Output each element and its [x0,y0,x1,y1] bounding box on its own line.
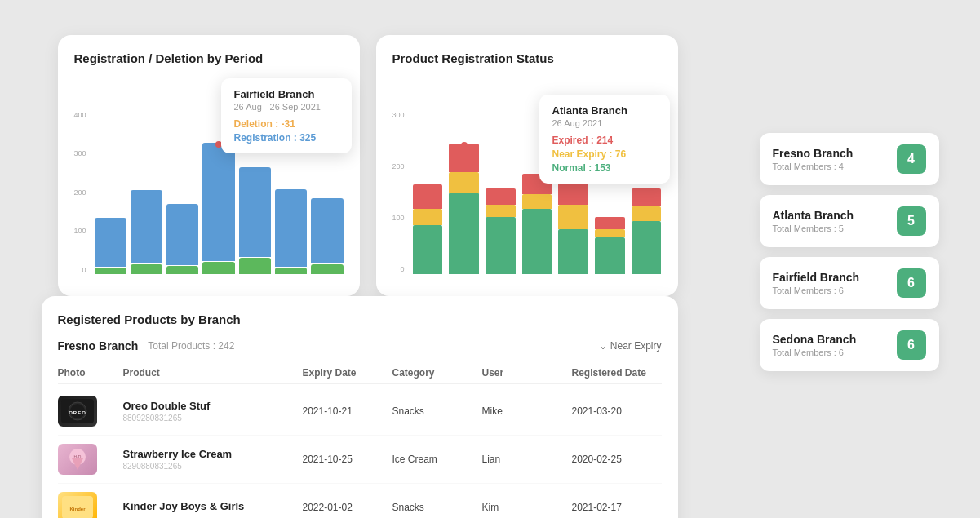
branch-header: Fresno Branch Total Products : 242 ⌄ Nea… [58,339,662,352]
seg-red [595,217,625,229]
sedona-branch-name: Sedona Branch [773,333,857,346]
product-info-2: Strawberry Ice Cream 8290880831265 [123,448,303,471]
tooltip-branch-name: Fairfield Branch [234,88,339,100]
product-status-chart: 300 200 100 0 [392,78,662,274]
category-1: Snacks [392,405,482,417]
seg-green [449,193,479,274]
col-expiry: Expiry Date [303,367,392,379]
bar-blue [275,189,307,267]
reg-date-1: 2021-03-20 [572,405,662,417]
kinder-svg: Kinder [62,496,93,519]
product-photo-3: Kinder [58,492,123,519]
atlanta-branch-info: Atlanta Branch Total Members : 5 [773,209,854,233]
branch-name: Fresno Branch [58,339,139,352]
seg-red [632,188,662,206]
branch-total-products: Total Products : 242 [148,340,234,352]
product-info: Oreo Double Stuf 8809280831265 [123,400,303,423]
bar-pair-5 [239,167,271,274]
product-photo: OREO [58,396,123,427]
svg-marker-5 [72,458,83,470]
user-2: Lian [482,454,572,465]
seg-yellow [413,209,443,225]
seg-yellow [486,205,516,217]
fairfield-total-members: Total Members : 6 [773,286,860,295]
bar-green [131,264,162,274]
icecream-svg: H-D [65,447,90,472]
table-header: Photo Product Expiry Date Category User … [58,362,662,384]
seg-green [413,225,443,274]
seg-green [595,237,625,274]
sedona-count: 6 [897,330,926,360]
fresno-branch-name: Fresno Branch [773,147,854,160]
seg-yellow [632,206,662,221]
near-expiry-label: Near Expiry [610,340,662,352]
bar-green [202,262,234,274]
atlanta-near: Near Expiry : 76 [552,148,657,160]
bar-pair-4 [202,143,234,274]
bar-green [275,268,307,274]
col-category: Category [392,367,482,379]
table-row: OREO Oreo Double Stuf 8809280831265 2021… [58,387,662,436]
table-row: H-D Strawberry Ice Cream 8290880831265 2… [58,436,662,484]
svg-text:H-D: H-D [73,454,81,459]
svg-text:Kinder: Kinder [69,507,86,511]
atlanta-branch-name: Atlanta Branch [773,209,854,222]
stacked-col-1 [413,111,443,274]
bar-blue [239,167,271,257]
user-3: Kim [482,502,572,513]
product-name-3: Kinder Joy Boys & Girls [123,500,303,512]
kinder-image: Kinder [58,492,97,519]
y-axis-2: 300 200 100 0 [392,111,405,274]
seg-green [632,221,662,274]
atlanta-branch-card[interactable]: Atlanta Branch Total Members : 5 5 [760,195,939,247]
expiry-date-2: 2021-10-25 [303,454,392,465]
tooltip-date: 26 Aug - 26 Sep 2021 [234,102,339,112]
sedona-branch-card[interactable]: Sedona Branch Total Members : 6 6 [760,319,939,371]
tooltip-deletion: Deletion : -31 [234,118,339,130]
fairfield-branch-name: Fairfield Branch [773,271,860,284]
ice-cream-image: H-D [58,444,97,475]
user-1: Mike [482,405,572,417]
seg-yellow [522,194,552,209]
col-user: User [482,367,572,379]
products-by-branch-title: Registered Products by Branch [58,312,662,326]
fairfield-tooltip: Fairfield Branch 26 Aug - 26 Sep 2021 De… [221,78,352,153]
stacked-col-2 [449,111,479,274]
col-product: Product [123,367,303,379]
reg-deletion-chart: 400 300 200 100 0 [74,78,344,274]
bar-green [166,266,198,274]
near-expiry-button[interactable]: ⌄ Near Expiry [599,340,662,352]
sidebar-branch-cards: Fresno Branch Total Members : 4 4 Atlant… [760,133,939,371]
col-registered: Registered Date [572,367,662,379]
y-axis: 400 300 200 100 0 [74,111,86,274]
atlanta-tooltip-date: 26 Aug 2021 [552,118,657,128]
product-name-2: Strawberry Ice Cream [123,448,303,460]
seg-yellow [449,172,479,193]
col-photo: Photo [58,367,123,379]
atlanta-count: 5 [897,206,926,236]
product-photo-2: H-D [58,444,123,475]
seg-green [558,229,588,274]
reg-deletion-card: Registration / Deletion by Period 400 30… [58,35,360,296]
stacked-col-3 [486,111,516,274]
reg-date-3: 2021-02-17 [572,502,662,513]
sedona-total-members: Total Members : 6 [773,348,857,357]
atlanta-total-members: Total Members : 5 [773,224,854,233]
bar-blue [311,198,343,263]
bar-blue [166,204,198,265]
bar-pair-1 [95,218,126,274]
fairfield-branch-info: Fairfield Branch Total Members : 6 [773,271,860,295]
category-3: Snacks [392,502,482,513]
fresno-count: 4 [897,144,926,174]
product-barcode-1: 8809280831265 [123,414,303,423]
fresno-branch-card[interactable]: Fresno Branch Total Members : 4 4 [760,133,939,185]
oreo-image: OREO [58,396,97,427]
active-dot-2 [461,142,468,148]
fairfield-count: 6 [897,268,926,298]
expiry-date-1: 2021-10-21 [303,405,392,417]
bar-blue [131,190,162,263]
seg-yellow [595,229,625,237]
fresno-branch-info: Fresno Branch Total Members : 4 [773,147,854,171]
fairfield-branch-card[interactable]: Fairfield Branch Total Members : 6 6 [760,257,939,309]
seg-green [486,217,516,274]
